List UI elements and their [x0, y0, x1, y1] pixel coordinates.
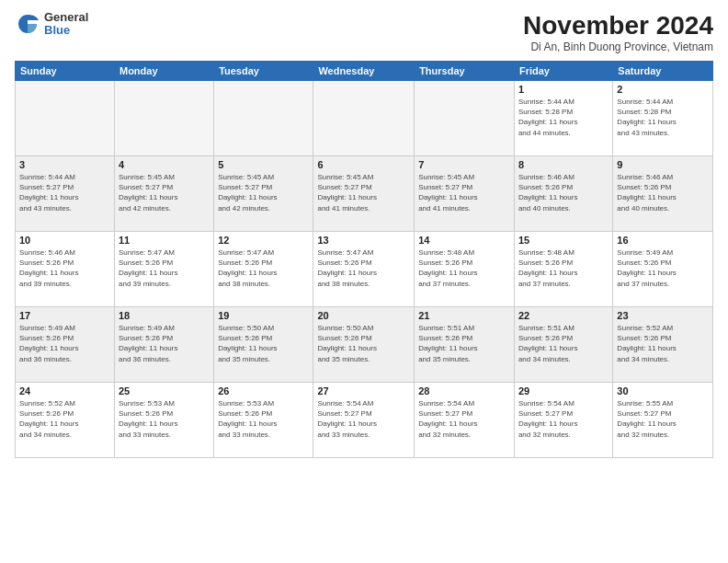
- calendar-cell: 18Sunrise: 5:49 AM Sunset: 5:26 PM Dayli…: [114, 307, 213, 383]
- calendar-cell: 19Sunrise: 5:50 AM Sunset: 5:26 PM Dayli…: [214, 307, 313, 383]
- day-number: 25: [119, 385, 210, 396]
- calendar-cell: 12Sunrise: 5:47 AM Sunset: 5:26 PM Dayli…: [214, 232, 313, 307]
- header-row: Sunday Monday Tuesday Wednesday Thursday…: [16, 62, 713, 81]
- calendar-cell: 10Sunrise: 5:46 AM Sunset: 5:26 PM Dayli…: [16, 232, 115, 307]
- calendar-cell: 24Sunrise: 5:52 AM Sunset: 5:26 PM Dayli…: [16, 383, 115, 458]
- day-info: Sunrise: 5:45 AM Sunset: 5:27 PM Dayligh…: [317, 172, 410, 213]
- day-info: Sunrise: 5:46 AM Sunset: 5:26 PM Dayligh…: [617, 172, 709, 213]
- day-info: Sunrise: 5:52 AM Sunset: 5:26 PM Dayligh…: [617, 323, 709, 364]
- day-number: 10: [19, 235, 110, 246]
- calendar-cell: 30Sunrise: 5:55 AM Sunset: 5:27 PM Dayli…: [613, 383, 713, 458]
- calendar-cell: 15Sunrise: 5:48 AM Sunset: 5:26 PM Dayli…: [514, 232, 612, 307]
- day-number: 3: [19, 159, 110, 170]
- day-info: Sunrise: 5:54 AM Sunset: 5:27 PM Dayligh…: [317, 398, 410, 440]
- day-info: Sunrise: 5:48 AM Sunset: 5:26 PM Dayligh…: [418, 247, 510, 289]
- day-info: Sunrise: 5:51 AM Sunset: 5:26 PM Dayligh…: [418, 323, 510, 364]
- day-number: 14: [418, 235, 510, 246]
- day-info: Sunrise: 5:45 AM Sunset: 5:27 PM Dayligh…: [418, 172, 510, 213]
- calendar-cell: 17Sunrise: 5:49 AM Sunset: 5:26 PM Dayli…: [16, 307, 115, 383]
- page: General Blue November 2024 Di An, Binh D…: [0, 0, 728, 563]
- day-number: 2: [617, 84, 709, 95]
- title-block: November 2024 Di An, Binh Duong Province…: [523, 11, 713, 53]
- day-number: 22: [518, 310, 609, 321]
- calendar-cell: 14Sunrise: 5:48 AM Sunset: 5:26 PM Dayli…: [415, 232, 515, 307]
- calendar-cell: [214, 81, 313, 156]
- calendar-week-1: 1Sunrise: 5:44 AM Sunset: 5:28 PM Daylig…: [16, 81, 713, 156]
- calendar-week-3: 10Sunrise: 5:46 AM Sunset: 5:26 PM Dayli…: [16, 232, 713, 307]
- calendar-cell: 22Sunrise: 5:51 AM Sunset: 5:26 PM Dayli…: [514, 307, 612, 383]
- calendar-cell: [114, 81, 213, 156]
- calendar-cell: 16Sunrise: 5:49 AM Sunset: 5:26 PM Dayli…: [613, 232, 713, 307]
- calendar-cell: 3Sunrise: 5:44 AM Sunset: 5:27 PM Daylig…: [16, 156, 115, 232]
- calendar-cell: 7Sunrise: 5:45 AM Sunset: 5:27 PM Daylig…: [415, 156, 515, 232]
- day-info: Sunrise: 5:44 AM Sunset: 5:28 PM Dayligh…: [617, 97, 709, 138]
- calendar-week-4: 17Sunrise: 5:49 AM Sunset: 5:26 PM Dayli…: [16, 307, 713, 383]
- day-info: Sunrise: 5:48 AM Sunset: 5:26 PM Dayligh…: [518, 247, 609, 289]
- day-info: Sunrise: 5:49 AM Sunset: 5:26 PM Dayligh…: [119, 323, 210, 364]
- day-number: 13: [317, 235, 410, 246]
- day-info: Sunrise: 5:50 AM Sunset: 5:26 PM Dayligh…: [218, 323, 309, 364]
- day-info: Sunrise: 5:51 AM Sunset: 5:26 PM Dayligh…: [518, 323, 609, 364]
- day-number: 30: [617, 385, 709, 396]
- logo-text: General Blue: [44, 11, 88, 38]
- calendar-cell: 23Sunrise: 5:52 AM Sunset: 5:26 PM Dayli…: [613, 307, 713, 383]
- calendar-cell: 26Sunrise: 5:53 AM Sunset: 5:26 PM Dayli…: [214, 383, 313, 458]
- calendar-cell: [16, 81, 115, 156]
- calendar-cell: 20Sunrise: 5:50 AM Sunset: 5:26 PM Dayli…: [313, 307, 415, 383]
- day-number: 26: [218, 385, 309, 396]
- calendar-cell: 13Sunrise: 5:47 AM Sunset: 5:26 PM Dayli…: [313, 232, 415, 307]
- day-number: 21: [418, 310, 510, 321]
- calendar-week-2: 3Sunrise: 5:44 AM Sunset: 5:27 PM Daylig…: [16, 156, 713, 232]
- col-friday: Friday: [514, 62, 612, 81]
- day-number: 12: [218, 235, 309, 246]
- calendar-cell: [415, 81, 515, 156]
- col-wednesday: Wednesday: [313, 62, 415, 81]
- day-number: 23: [617, 310, 709, 321]
- day-info: Sunrise: 5:45 AM Sunset: 5:27 PM Dayligh…: [218, 172, 309, 213]
- calendar-cell: 4Sunrise: 5:45 AM Sunset: 5:27 PM Daylig…: [114, 156, 213, 232]
- logo: General Blue: [15, 11, 88, 38]
- day-info: Sunrise: 5:49 AM Sunset: 5:26 PM Dayligh…: [617, 247, 709, 289]
- calendar-title: November 2024: [523, 11, 713, 40]
- day-number: 6: [317, 159, 410, 170]
- calendar-cell: [313, 81, 415, 156]
- col-sunday: Sunday: [16, 62, 115, 81]
- day-info: Sunrise: 5:45 AM Sunset: 5:27 PM Dayligh…: [119, 172, 210, 213]
- day-number: 19: [218, 310, 309, 321]
- calendar-cell: 5Sunrise: 5:45 AM Sunset: 5:27 PM Daylig…: [214, 156, 313, 232]
- col-monday: Monday: [114, 62, 213, 81]
- calendar-week-5: 24Sunrise: 5:52 AM Sunset: 5:26 PM Dayli…: [16, 383, 713, 458]
- header: General Blue November 2024 Di An, Binh D…: [15, 11, 713, 53]
- day-number: 1: [518, 84, 609, 95]
- day-info: Sunrise: 5:53 AM Sunset: 5:26 PM Dayligh…: [218, 398, 309, 440]
- calendar-cell: 11Sunrise: 5:47 AM Sunset: 5:26 PM Dayli…: [114, 232, 213, 307]
- day-info: Sunrise: 5:53 AM Sunset: 5:26 PM Dayligh…: [119, 398, 210, 440]
- calendar-cell: 8Sunrise: 5:46 AM Sunset: 5:26 PM Daylig…: [514, 156, 612, 232]
- calendar-table: Sunday Monday Tuesday Wednesday Thursday…: [15, 61, 713, 458]
- logo-blue-text: Blue: [44, 24, 88, 37]
- day-number: 16: [617, 235, 709, 246]
- calendar-cell: 21Sunrise: 5:51 AM Sunset: 5:26 PM Dayli…: [415, 307, 515, 383]
- day-info: Sunrise: 5:47 AM Sunset: 5:26 PM Dayligh…: [119, 247, 210, 289]
- calendar-cell: 9Sunrise: 5:46 AM Sunset: 5:26 PM Daylig…: [613, 156, 713, 232]
- calendar-cell: 1Sunrise: 5:44 AM Sunset: 5:28 PM Daylig…: [514, 81, 612, 156]
- day-number: 5: [218, 159, 309, 170]
- day-info: Sunrise: 5:47 AM Sunset: 5:26 PM Dayligh…: [218, 247, 309, 289]
- day-number: 4: [119, 159, 210, 170]
- day-number: 24: [19, 385, 110, 396]
- day-info: Sunrise: 5:47 AM Sunset: 5:26 PM Dayligh…: [317, 247, 410, 289]
- day-number: 29: [518, 385, 609, 396]
- col-tuesday: Tuesday: [214, 62, 313, 81]
- day-info: Sunrise: 5:55 AM Sunset: 5:27 PM Dayligh…: [617, 398, 709, 440]
- day-number: 8: [518, 159, 609, 170]
- day-number: 27: [317, 385, 410, 396]
- col-thursday: Thursday: [415, 62, 515, 81]
- day-number: 18: [119, 310, 210, 321]
- day-info: Sunrise: 5:44 AM Sunset: 5:27 PM Dayligh…: [19, 172, 110, 213]
- day-number: 9: [617, 159, 709, 170]
- calendar-subtitle: Di An, Binh Duong Province, Vietnam: [523, 40, 713, 53]
- day-info: Sunrise: 5:44 AM Sunset: 5:28 PM Dayligh…: [518, 97, 609, 138]
- day-number: 15: [518, 235, 609, 246]
- day-info: Sunrise: 5:54 AM Sunset: 5:27 PM Dayligh…: [418, 398, 510, 440]
- logo-icon: [15, 11, 40, 37]
